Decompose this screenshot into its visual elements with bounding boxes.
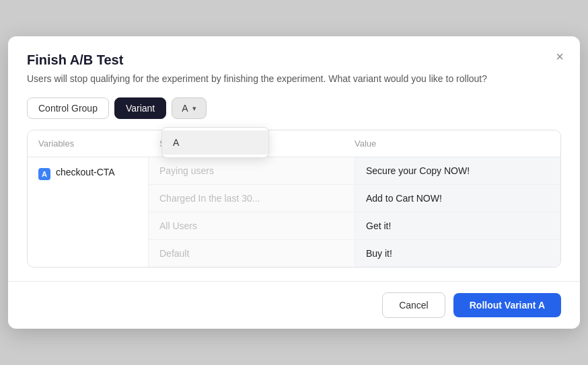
sub-row-all-users: All Users Get it! xyxy=(149,212,560,239)
modal-footer: Cancel Rollout Variant A xyxy=(8,281,580,329)
tab-variant[interactable]: Variant xyxy=(114,97,166,119)
sub-row-paying: Paying users Secure your Copy NOW! xyxy=(149,157,560,184)
variable-cell: A checkout-CTA xyxy=(28,157,149,267)
modal-subtitle: Users will stop qualifying for the exper… xyxy=(27,73,561,84)
value-charged: Add to Cart NOW! xyxy=(355,185,560,212)
col-header-value: Value xyxy=(355,138,550,149)
segment-all-users: All Users xyxy=(149,212,355,239)
rollout-button[interactable]: Rollout Variant A xyxy=(453,293,561,317)
sub-rows: Paying users Secure your Copy NOW! Charg… xyxy=(149,157,560,267)
variable-name: checkout-CTA xyxy=(56,167,115,177)
modal-overlay: Finish A/B Test Users will stop qualifyi… xyxy=(0,0,588,365)
table-header: Variables Segment Value xyxy=(28,130,560,157)
modal-title: Finish A/B Test xyxy=(27,52,561,68)
close-button[interactable]: × xyxy=(556,50,564,63)
dropdown-selected-value: A xyxy=(182,103,188,114)
variant-tabs: Control Group Variant A ▾ A xyxy=(8,97,580,130)
table-row: A checkout-CTA Paying users Secure your … xyxy=(28,157,560,267)
modal-header: Finish A/B Test Users will stop qualifyi… xyxy=(8,36,580,84)
segment-default: Default xyxy=(149,240,355,267)
sub-row-charged: Charged In the last 30... Add to Cart NO… xyxy=(149,184,560,212)
segment-charged: Charged In the last 30... xyxy=(149,185,355,212)
chevron-down-icon: ▾ xyxy=(192,104,196,113)
variant-dropdown-button[interactable]: A ▾ xyxy=(172,97,206,119)
tab-control-group[interactable]: Control Group xyxy=(27,97,109,119)
col-header-variables: Variables xyxy=(38,138,159,149)
variant-badge-a: A xyxy=(38,168,50,180)
value-default: Buy it! xyxy=(355,240,560,267)
sub-row-default: Default Buy it! xyxy=(149,239,560,267)
cancel-button[interactable]: Cancel xyxy=(382,292,445,318)
modal-dialog: Finish A/B Test Users will stop qualifyi… xyxy=(8,36,580,329)
segment-paying: Paying users xyxy=(149,157,355,184)
dropdown-menu: A xyxy=(161,127,269,158)
value-paying: Secure your Copy NOW! xyxy=(355,157,560,184)
variables-table: Variables Segment Value A checkout-CTA P… xyxy=(27,130,561,268)
dropdown-option-a[interactable]: A xyxy=(162,130,268,155)
value-all-users: Get it! xyxy=(355,212,560,239)
